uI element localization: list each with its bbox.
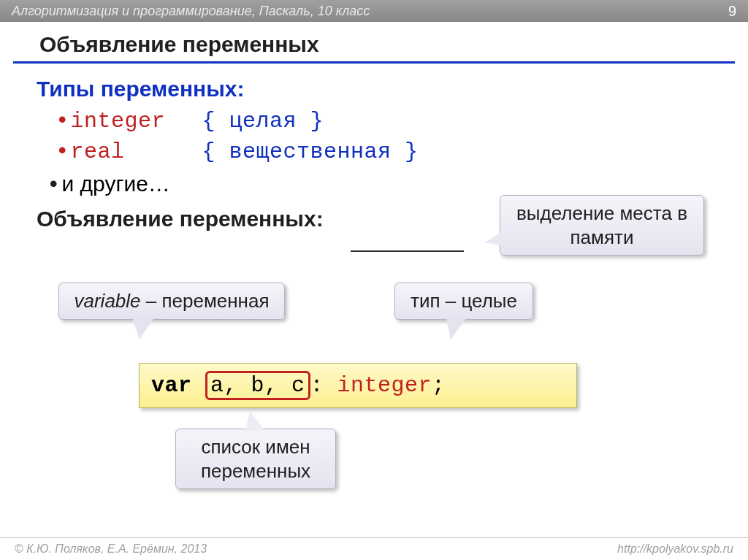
callout-variable: variable – переменная xyxy=(58,283,285,320)
slide-content: Типы переменных: • integer { целая } • r… xyxy=(0,64,748,231)
callout-names: список имен переменных xyxy=(175,429,336,489)
callout-variable-italic: variable xyxy=(74,290,140,312)
callout-tail-icon xyxy=(484,232,502,245)
callout-tail-icon xyxy=(132,318,154,340)
footer-url: http://kpolyakov.spb.ru xyxy=(617,542,733,556)
type-real-row: • real { вещественная } xyxy=(58,138,722,164)
footer-copyright: © К.Ю. Поляков, Е.А. Ерёмин, 2013 xyxy=(15,542,207,556)
bullet-icon: • xyxy=(58,107,66,132)
bullet-icon: • xyxy=(50,172,58,196)
code-type: integer xyxy=(337,373,432,398)
kw-var: var xyxy=(151,373,205,398)
code-line: var a, b, c: integer; xyxy=(151,373,446,398)
var-list-box: a, b, c xyxy=(205,371,310,400)
callout-memory: выделение места в памяти xyxy=(500,195,704,256)
code-block: var a, b, c: integer; xyxy=(139,363,577,408)
connector-line xyxy=(351,250,464,252)
callout-names-text: список имен переменных xyxy=(201,436,310,482)
type-integer-comment: { целая } xyxy=(202,109,324,134)
callout-type: тип – целые xyxy=(394,283,533,320)
code-semi: ; xyxy=(432,373,446,398)
types-list: • integer { целая } • real { вещественна… xyxy=(58,107,722,196)
types-heading: Типы переменных: xyxy=(37,77,722,101)
type-integer-row: • integer { целая } xyxy=(58,107,722,134)
callout-memory-text: выделение места в памяти xyxy=(516,202,687,248)
slide-title: Объявление переменных xyxy=(13,22,735,64)
type-real-name: real xyxy=(71,139,202,164)
type-others-text: и другие… xyxy=(62,172,170,196)
callout-variable-rest: – переменная xyxy=(141,290,270,312)
header-bar: Алгоритмизация и программирование, Паска… xyxy=(0,0,748,22)
page-number: 9 xyxy=(728,3,736,20)
type-others-row: • и другие… xyxy=(50,172,722,196)
code-colon: : xyxy=(310,373,337,398)
course-title: Алгоритмизация и программирование, Паска… xyxy=(12,4,370,19)
callout-tail-icon xyxy=(446,318,467,340)
type-integer-name: integer xyxy=(71,109,202,134)
callout-type-text: тип – целые xyxy=(411,290,517,312)
bullet-icon: • xyxy=(58,138,66,163)
footer: © К.Ю. Поляков, Е.А. Ерёмин, 2013 http:/… xyxy=(0,537,748,560)
callout-tail-icon xyxy=(245,410,264,431)
type-real-comment: { вещественная } xyxy=(202,139,419,164)
